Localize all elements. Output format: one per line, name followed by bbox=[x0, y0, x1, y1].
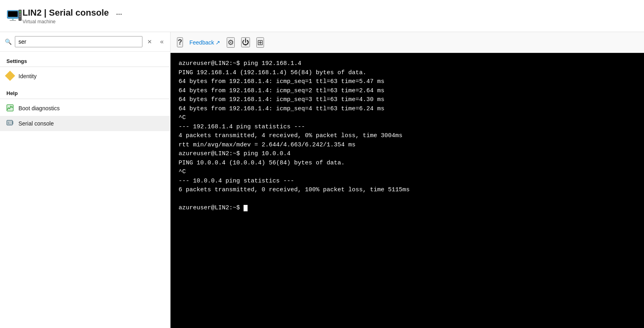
sidebar: 🔍 ✕ « Settings Identity Help bbox=[0, 32, 171, 328]
help-section-title: Help bbox=[0, 84, 170, 99]
svg-rect-7 bbox=[19, 16, 21, 17]
svg-rect-1 bbox=[8, 11, 18, 17]
power-button[interactable]: ⏻ bbox=[241, 37, 250, 47]
sidebar-item-serial-console[interactable]: $_ Serial console bbox=[0, 116, 170, 131]
svg-rect-3 bbox=[10, 20, 16, 21]
svg-rect-5 bbox=[19, 11, 21, 13]
settings-divider bbox=[0, 67, 170, 67]
feedback-button[interactable]: Feedback ↗ bbox=[189, 39, 220, 46]
ellipsis-menu[interactable]: ... bbox=[116, 8, 122, 17]
svg-rect-2 bbox=[12, 18, 14, 20]
serial-console-icon: $_ bbox=[6, 119, 14, 128]
help-button[interactable]: ? bbox=[177, 37, 183, 47]
sidebar-item-boot-diagnostics[interactable]: Boot diagnostics bbox=[0, 101, 170, 116]
search-icon: 🔍 bbox=[5, 38, 12, 45]
svg-rect-12 bbox=[12, 121, 13, 124]
page-header: LIN2 | Serial console ... Virtual machin… bbox=[0, 0, 644, 32]
main-layout: 🔍 ✕ « Settings Identity Help bbox=[0, 32, 644, 328]
identity-icon bbox=[6, 72, 14, 80]
grid-button[interactable]: ⊞ bbox=[256, 37, 264, 48]
sidebar-collapse-button[interactable]: « bbox=[158, 38, 165, 45]
sidebar-item-identity-label: Identity bbox=[18, 73, 37, 79]
svg-rect-6 bbox=[19, 14, 21, 15]
search-input[interactable] bbox=[15, 36, 142, 47]
header-title-block: LIN2 | Serial console ... Virtual machin… bbox=[22, 8, 122, 24]
page-title: LIN2 | Serial console ... bbox=[22, 8, 122, 18]
terminal-output[interactable]: azureuser@LIN2:~$ ping 192.168.1.4 PING … bbox=[171, 53, 644, 328]
svg-text:$_: $_ bbox=[8, 121, 11, 125]
boot-diagnostics-icon bbox=[6, 104, 14, 112]
help-divider bbox=[0, 99, 170, 99]
sidebar-item-serial-console-label: Serial console bbox=[18, 120, 54, 127]
external-link-icon: ↗ bbox=[215, 39, 220, 46]
vm-icon bbox=[6, 8, 22, 24]
sidebar-item-identity[interactable]: Identity bbox=[0, 69, 170, 84]
settings-section-title: Settings bbox=[0, 52, 170, 67]
terminal-cursor bbox=[244, 205, 248, 211]
settings-section: Settings Identity bbox=[0, 52, 170, 84]
settings-button[interactable]: ⚙ bbox=[227, 37, 235, 48]
search-bar: 🔍 ✕ « bbox=[0, 32, 170, 52]
title-text: LIN2 | Serial console bbox=[22, 8, 109, 18]
toolbar: ? Feedback ↗ ⚙ ⏻ ⊞ bbox=[171, 32, 644, 53]
sidebar-item-boot-diagnostics-label: Boot diagnostics bbox=[18, 105, 60, 111]
search-clear-button[interactable]: ✕ bbox=[146, 38, 154, 45]
feedback-label: Feedback bbox=[189, 39, 214, 46]
page-subtitle: Virtual machine bbox=[22, 19, 122, 24]
content-area: ? Feedback ↗ ⚙ ⏻ ⊞ azureuser@LIN2:~$ pin… bbox=[171, 32, 644, 328]
help-section: Help Boot diagnostics bbox=[0, 84, 170, 131]
